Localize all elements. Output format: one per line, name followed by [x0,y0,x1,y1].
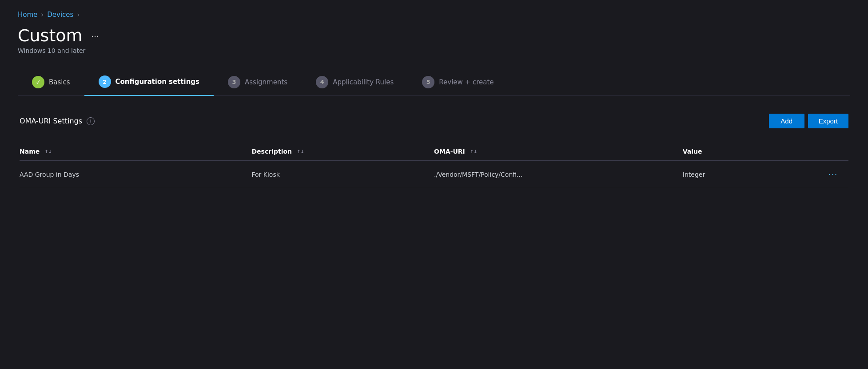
tab-configuration[interactable]: 2 Configuration settings [84,68,214,96]
tab-basics-circle: ✓ [32,76,44,88]
breadcrumb-home[interactable]: Home [18,11,37,19]
tab-configuration-step: 2 [103,79,107,85]
oma-uri-table: Name ↑↓ Description ↑↓ OMA-URI ↑↓ Value [20,143,848,188]
breadcrumb-devices[interactable]: Devices [47,11,73,19]
tab-configuration-circle: 2 [99,75,111,88]
tab-assignments-circle: 3 [228,76,240,88]
tab-applicability[interactable]: 4 Applicability Rules [302,69,408,95]
table-row: AAD Group in Days For Kiosk ./Vendor/MSF… [20,161,848,188]
sort-icon-name[interactable]: ↑↓ [44,150,52,154]
page-subtitle: Windows 10 and later [18,47,850,54]
action-buttons: Add Export [769,114,848,128]
tab-applicability-circle: 4 [316,76,328,88]
tab-review-step: 5 [426,79,430,85]
section-title-row: OMA-URI Settings i [20,117,95,125]
export-button[interactable]: Export [808,114,848,128]
tab-applicability-label: Applicability Rules [333,78,394,86]
wizard-tabs: ✓ Basics 2 Configuration settings 3 Assi… [18,68,850,96]
breadcrumb: Home › Devices › [18,11,850,19]
section-header: OMA-URI Settings i Add Export [20,114,848,128]
section-title: OMA-URI Settings [20,117,82,125]
page-header: Custom ··· Windows 10 and later [18,26,850,54]
tab-basics-label: Basics [49,78,70,86]
cell-description: For Kiosk [251,161,434,188]
info-icon[interactable]: i [87,117,95,125]
checkmark-icon: ✓ [36,79,41,86]
col-header-oma-uri: OMA-URI ↑↓ [434,143,683,161]
tab-assignments-step: 3 [232,79,236,85]
breadcrumb-separator-1: › [41,11,44,19]
cell-value: Integer [683,161,816,188]
tab-assignments-label: Assignments [245,78,287,86]
table-header-row: Name ↑↓ Description ↑↓ OMA-URI ↑↓ Value [20,143,848,161]
col-header-name: Name ↑↓ [20,143,251,161]
col-header-description: Description ↑↓ [251,143,434,161]
tab-review-label: Review + create [439,78,494,86]
tab-applicability-step: 4 [320,79,324,85]
content-area: OMA-URI Settings i Add Export Name ↑↓ De… [18,114,850,188]
add-button[interactable]: Add [769,114,804,128]
tab-review-circle: 5 [422,76,434,88]
page-title: Custom [18,26,83,45]
col-header-value: Value [683,143,816,161]
col-header-actions [815,143,848,161]
cell-name: AAD Group in Days [20,161,251,188]
more-options-button[interactable]: ··· [88,29,103,43]
tab-review[interactable]: 5 Review + create [408,69,508,95]
sort-icon-description[interactable]: ↑↓ [297,150,304,154]
tab-assignments[interactable]: 3 Assignments [214,69,302,95]
tab-configuration-label: Configuration settings [115,78,200,86]
cell-actions: ··· [815,161,848,188]
cell-oma-uri: ./Vendor/MSFT/Policy/Confi... [434,161,683,188]
breadcrumb-separator-2: › [77,11,80,19]
sort-icon-oma-uri[interactable]: ↑↓ [470,150,478,154]
row-more-options-button[interactable]: ··· [825,168,841,181]
tab-basics[interactable]: ✓ Basics [18,69,84,95]
